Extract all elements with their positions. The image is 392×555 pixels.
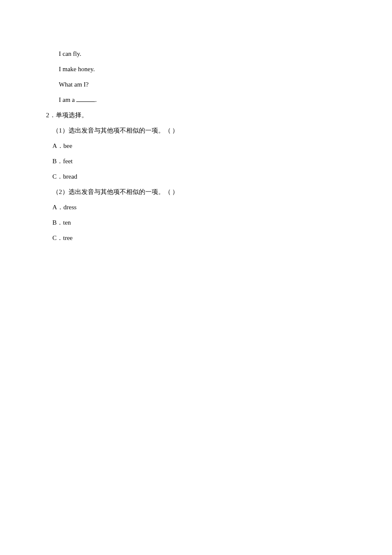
question-2-sub1-option-a[interactable]: A．bee	[46, 138, 346, 153]
question-2-sub2-option-b[interactable]: B．ten	[46, 215, 346, 230]
riddle-line-4-prefix: I am a	[59, 96, 76, 103]
question-2-sub2-text: 选出发音与其他项不相似的一项。（ ）	[69, 188, 179, 195]
riddle-line-2: I make honey.	[46, 61, 346, 77]
question-2-sub2: （2）选出发音与其他项不相似的一项。（ ）	[46, 184, 346, 199]
question-2-sub2-option-a[interactable]: A．dress	[46, 199, 346, 215]
fill-blank[interactable]	[76, 95, 95, 102]
question-2-sub2-label: （2）	[52, 188, 69, 195]
question-2-title: 单项选择。	[56, 112, 88, 119]
question-2-sub1: （1）选出发音与其他项不相似的一项。（ ）	[46, 123, 346, 138]
question-2-sub2-option-c[interactable]: C．tree	[46, 230, 346, 246]
question-2-sub1-option-b[interactable]: B．feet	[46, 153, 346, 169]
question-2-sub1-label: （1）	[52, 127, 69, 134]
riddle-line-4-suffix: .	[95, 96, 97, 103]
question-2-number: 2．	[46, 112, 56, 119]
riddle-line-3: What am I?	[46, 77, 346, 92]
document-page: I can fly. I make honey. What am I? I am…	[0, 0, 392, 555]
question-2-sub1-option-c[interactable]: C．bread	[46, 169, 346, 184]
question-2-sub1-text: 选出发音与其他项不相似的一项。（ ）	[69, 127, 179, 134]
riddle-line-1: I can fly.	[46, 46, 346, 61]
question-2-header: 2．单项选择。	[46, 107, 346, 123]
riddle-line-4: I am a .	[46, 92, 346, 107]
